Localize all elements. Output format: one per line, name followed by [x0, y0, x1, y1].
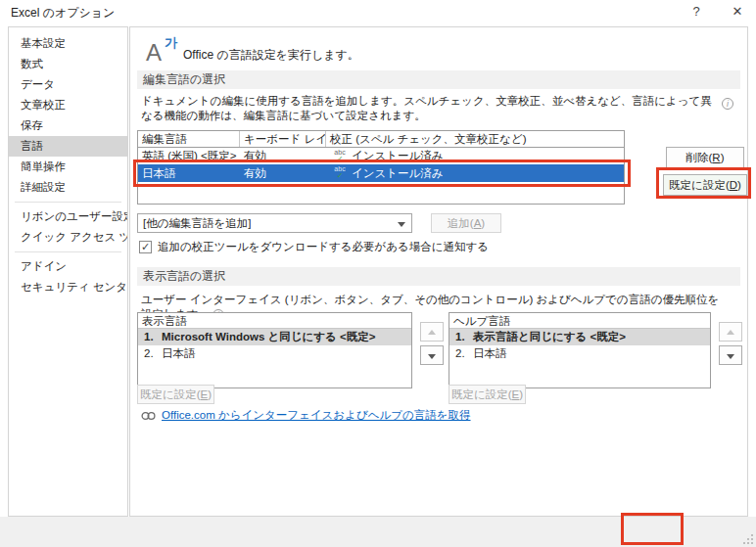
- add-button[interactable]: 追加(A): [431, 213, 501, 233]
- cell-language: 日本語: [138, 164, 240, 182]
- language-settings-icon: A 가: [146, 35, 181, 67]
- cell-proofing: abc ✓ インストール済み: [326, 164, 624, 182]
- column-header-proofing[interactable]: 校正 (スペル チェック、文章校正など): [326, 131, 624, 147]
- arrow-down-icon: [428, 354, 436, 359]
- sidebar-item-advanced[interactable]: 詳細設定: [9, 177, 127, 198]
- delete-button[interactable]: 削除(R): [666, 147, 744, 168]
- add-language-dropdown[interactable]: [他の編集言語を追加]: [137, 213, 412, 233]
- dialog-footer: OK キャンセル: [0, 517, 756, 547]
- dialog-title: Excel のオプション: [11, 5, 115, 22]
- cell-proofing: abc ✓ インストール済み: [326, 148, 624, 164]
- excel-options-dialog: Excel のオプション ? ✕ 基本設定 数式 データ 文章校正 保存 言語 …: [0, 0, 756, 547]
- sidebar-item-data[interactable]: データ: [9, 74, 127, 95]
- help-icon[interactable]: ?: [684, 2, 709, 22]
- display-move-down-button[interactable]: [420, 345, 444, 365]
- set-as-default-button[interactable]: 既定に設定(D): [663, 174, 747, 196]
- proofing-status: インストール済み: [352, 164, 444, 182]
- editing-languages-table: 編集言語 キーボード レイアウト 校正 (スペル チェック、文章校正など) 英語…: [137, 130, 625, 205]
- display-language-header: 表示言語: [138, 313, 411, 329]
- spellcheck-abc-icon: abc ✓: [332, 150, 348, 163]
- sidebar-divider: [15, 251, 121, 252]
- dropdown-value: [他の編集言語を追加]: [143, 217, 251, 229]
- info-icon[interactable]: i: [722, 98, 733, 110]
- office-com-link-row: Office.com からインターフェイスおよびヘルプの言語を取得: [141, 408, 471, 423]
- table-row-english[interactable]: 英語 (米国) <既定> 有効 abc ✓ インストール済み: [138, 148, 624, 164]
- options-sidebar: 基本設定 数式 データ 文章校正 保存 言語 簡単操作 詳細設定 リボンのユーザ…: [8, 26, 128, 517]
- sidebar-divider: [15, 202, 121, 203]
- cell-language: 英語 (米国) <既定>: [138, 148, 240, 164]
- notify-proofing-tools-row: ✓ 追加の校正ツールをダウンロードする必要がある場合に通知する: [139, 240, 489, 254]
- table-header-row: 編集言語 キーボード レイアウト 校正 (スペル チェック、文章校正など): [138, 131, 624, 148]
- arrow-up-icon: [428, 330, 436, 335]
- titlebar: Excel のオプション ? ✕: [0, 0, 756, 25]
- sidebar-item-formulas[interactable]: 数式: [9, 54, 127, 74]
- language-icon-ga: 가: [165, 34, 177, 52]
- cell-keyboard: 有効: [240, 164, 326, 182]
- help-language-listbox: ヘルプ言語 1. 表示言語と同じにする <既定> 2. 日本語: [449, 312, 711, 388]
- arrow-up-icon: [727, 330, 734, 335]
- table-row-japanese[interactable]: 日本語 有効 abc ✓ インストール済み: [138, 164, 624, 182]
- sidebar-item-save[interactable]: 保存: [9, 115, 127, 136]
- display-language-listbox: 表示言語 1. Microsoft Windows と同じにする <既定> 2.…: [137, 312, 412, 388]
- help-language-item-2[interactable]: 2. 日本語: [449, 345, 710, 362]
- editing-languages-description: ドキュメントの編集に使用する言語を追加します。スペルチェック、文章校正、並べ替え…: [141, 94, 717, 123]
- language-settings-panel: A 가 Office の言語設定を実行します。 編集言語の選択 ドキュメントの編…: [129, 26, 748, 517]
- help-move-up-button[interactable]: [719, 322, 742, 342]
- cell-keyboard: 有効: [240, 148, 326, 164]
- column-header-keyboard-layout[interactable]: キーボード レイアウト: [240, 131, 326, 147]
- resize-grip[interactable]: [743, 534, 753, 544]
- help-move-down-button[interactable]: [719, 345, 742, 365]
- help-language-header: ヘルプ言語: [449, 313, 710, 329]
- link-icon: [141, 411, 156, 421]
- sidebar-item-addins[interactable]: アドイン: [9, 256, 127, 277]
- checkbox-label: 追加の校正ツールをダウンロードする必要がある場合に通知する: [158, 240, 489, 254]
- display-set-default-button[interactable]: 既定に設定(E): [137, 385, 214, 404]
- display-language-item-2[interactable]: 2. 日本語: [138, 345, 411, 362]
- sidebar-item-general[interactable]: 基本設定: [9, 33, 127, 54]
- sidebar-item-trust-center[interactable]: セキュリティ センター: [9, 277, 127, 297]
- display-language-item-1[interactable]: 1. Microsoft Windows と同じにする <既定>: [138, 329, 411, 345]
- column-header-edit-language[interactable]: 編集言語: [138, 131, 240, 147]
- arrow-down-icon: [727, 354, 734, 359]
- sidebar-item-language[interactable]: 言語: [9, 136, 127, 157]
- display-move-up-button[interactable]: [420, 322, 444, 342]
- sidebar-item-accessibility[interactable]: 簡単操作: [9, 157, 127, 177]
- sidebar-item-quick-access-toolbar[interactable]: クイック アクセス ツール バー: [9, 227, 127, 248]
- spellcheck-abc-icon: abc ✓: [332, 166, 348, 180]
- section-header-display-languages: 表示言語の選択: [137, 267, 740, 286]
- proofing-status: インストール済み: [352, 148, 444, 164]
- section-header-editing-languages: 編集言語の選択: [137, 70, 740, 89]
- close-icon[interactable]: ✕: [725, 2, 750, 22]
- chevron-down-icon: [398, 222, 405, 227]
- office-com-language-link[interactable]: Office.com からインターフェイスおよびヘルプの言語を取得: [162, 408, 471, 423]
- notify-proofing-tools-checkbox[interactable]: ✓: [139, 241, 152, 253]
- sidebar-item-proofing[interactable]: 文章校正: [9, 95, 127, 115]
- language-icon-a: A: [146, 39, 162, 67]
- help-language-item-1[interactable]: 1. 表示言語と同じにする <既定>: [449, 329, 710, 345]
- sidebar-item-customize-ribbon[interactable]: リボンのユーザー設定: [9, 206, 127, 227]
- page-intro: Office の言語設定を実行します。: [183, 47, 359, 64]
- help-set-default-button[interactable]: 既定に設定(E): [449, 385, 526, 404]
